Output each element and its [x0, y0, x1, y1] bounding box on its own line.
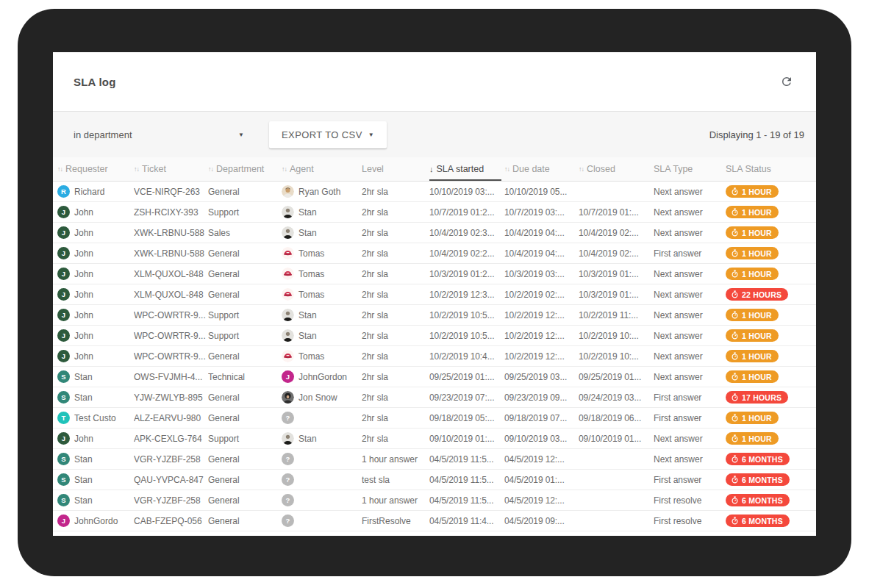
column-header-closed[interactable]: ↑↓Closed: [579, 157, 654, 181]
sort-both-icon: ↑↓: [282, 165, 287, 173]
jon-snow-photo-icon: [282, 391, 294, 404]
department-cell: Support: [208, 434, 282, 444]
table-row[interactable]: SStanVGR-YJZBF-258General?1 hour answer0…: [53, 490, 816, 511]
sort-desc-icon: ↓: [429, 165, 434, 173]
agent-name: JohnGordon: [298, 372, 347, 382]
department-filter-select[interactable]: in department ▼: [74, 129, 244, 140]
titlebar: SLA log: [53, 52, 816, 112]
stopwatch-icon: [731, 270, 739, 278]
column-header-sla_started[interactable]: ↓SLA started: [429, 157, 504, 181]
refresh-icon[interactable]: [776, 71, 797, 92]
table-row[interactable]: JJohnZSH-RCIXY-393SupportStan2hr sla10/7…: [53, 202, 816, 223]
table-row[interactable]: SStanQAU-YVPCA-847General?test sla04/5/2…: [53, 470, 816, 490]
column-header-ticket[interactable]: ↑↓Ticket: [134, 157, 208, 181]
sla-type-cell: Next answer: [654, 351, 726, 362]
requester-name: John: [74, 269, 93, 279]
stan-photo-icon: [282, 329, 294, 342]
due-date-cell: 10/2/2019 12:...: [504, 310, 579, 320]
table-row[interactable]: JJohnAPK-CEXLG-764SupportStan2hr sla09/1…: [53, 429, 816, 449]
level-cell: 1 hour answer: [362, 495, 429, 506]
requester-name: John: [74, 434, 93, 444]
due-date-cell: 10/4/2019 04:...: [504, 248, 579, 259]
table-row[interactable]: SStanVGR-YJZBF-258General?1 hour answer0…: [53, 449, 816, 470]
level-cell: 2hr sla: [362, 392, 429, 403]
requester-name: Stan: [74, 475, 93, 485]
level-cell: 2hr sla: [362, 372, 429, 382]
column-header-due_date[interactable]: ↑↓Due date: [504, 157, 579, 181]
requester-name: Stan: [74, 372, 93, 382]
export-to-csv-button[interactable]: EXPORT TO CSV ▼: [269, 121, 387, 148]
sla-status-badge: 1 HOUR: [726, 268, 779, 280]
question-mark-icon: ?: [282, 453, 294, 465]
level-cell: test sla: [362, 475, 429, 485]
department-cell: General: [208, 495, 282, 506]
department-cell: General: [208, 187, 282, 197]
agent-cell: ?: [282, 453, 362, 465]
table-row[interactable]: JJohnWPC-OWRTR-9...GeneralTomas2hr sla10…: [53, 346, 816, 367]
requester-name: Stan: [74, 454, 93, 465]
ticket-cell: WPC-OWRTR-9...: [134, 331, 208, 341]
table-row[interactable]: SStanYJW-ZWLYB-895GeneralJon Snow2hr sla…: [53, 387, 816, 408]
sla-type-cell: Next answer: [654, 331, 726, 341]
requester-avatar: J: [57, 432, 70, 445]
ticket-cell: OWS-FVJMH-4...: [134, 372, 208, 382]
requester-cell: RRichard: [57, 185, 134, 198]
sla-type-cell: Next answer: [654, 310, 726, 320]
closed-cell: 10/7/2019 01:...: [579, 207, 654, 218]
sla-status-badge: 22 HOURS: [726, 288, 788, 301]
sla-status-label: 1 HOUR: [742, 187, 772, 196]
sla-type-cell: Next answer: [654, 434, 726, 444]
sla-status-badge: 1 HOUR: [726, 370, 779, 383]
table-row[interactable]: JJohnWPC-OWRTR-9...SupportStan2hr sla10/…: [53, 326, 816, 346]
requester-name: John: [74, 290, 93, 300]
agent-cell: Tomas: [282, 268, 362, 280]
column-header-requester[interactable]: ↑↓Requester: [57, 157, 134, 181]
ticket-cell: ALZ-EARVU-980: [134, 413, 208, 423]
requester-avatar: J: [57, 350, 70, 362]
department-cell: Support: [208, 310, 282, 320]
sla-status-label: 1 HOUR: [742, 331, 772, 340]
table-row[interactable]: JJohnXLM-QUXOL-848GeneralTomas2hr sla10/…: [53, 264, 816, 284]
sla-status-cell: 6 MONTHS: [726, 494, 813, 506]
table-row[interactable]: JJohnWPC-OWRTR-9...SupportStan2hr sla10/…: [53, 305, 816, 326]
column-header-department[interactable]: ↑↓Department: [208, 157, 282, 181]
stopwatch-icon: [731, 311, 739, 319]
agent-name: Tomas: [298, 351, 324, 362]
stopwatch-icon: [731, 414, 739, 422]
department-cell: Support: [208, 331, 282, 341]
table-row[interactable]: JJohnGordoCAB-FZEPQ-056General?FirstReso…: [53, 511, 816, 531]
column-header-label: Ticket: [142, 164, 166, 174]
table-row[interactable]: SStanOWS-FVJMH-4...TechnicalJJohnGordon2…: [53, 367, 816, 387]
stopwatch-icon: [731, 476, 739, 484]
agent-cell: Ryan Goth: [282, 185, 362, 198]
stopwatch-icon: [731, 455, 739, 463]
agent-name: Stan: [298, 228, 317, 238]
requester-cell: JJohn: [57, 288, 134, 301]
agent-cell: Tomas: [282, 350, 362, 362]
table-row[interactable]: JJohnXWK-LRBNU-588SalesStan2hr sla10/4/2…: [53, 223, 816, 243]
active-sort-underline: [429, 179, 501, 181]
sla-status-badge: 17 HOURS: [726, 391, 788, 404]
table-row[interactable]: JJohnXWK-LRBNU-588GeneralTomas2hr sla10/…: [53, 243, 816, 264]
table-row[interactable]: TTest CustoALZ-EARVU-980General?2hr sla0…: [53, 408, 816, 429]
closed-cell: 10/2/2019 11:...: [579, 310, 654, 320]
requester-avatar: J: [57, 514, 70, 527]
sla-started-cell: 09/18/2019 05:...: [429, 413, 504, 423]
stopwatch-icon: [731, 373, 739, 381]
requester-avatar: T: [57, 412, 70, 424]
requester-avatar: J: [57, 226, 70, 239]
stopwatch-icon: [731, 393, 739, 401]
agent-cell: ?: [282, 412, 362, 424]
level-cell: FirstResolve: [362, 516, 429, 526]
requester-cell: SStan: [57, 494, 134, 506]
sla-type-cell: Next answer: [654, 454, 726, 465]
agent-cell: Stan: [282, 432, 362, 445]
closed-cell: 09/25/2019 01...: [579, 372, 654, 382]
due-date-cell: 04/5/2019 12:...: [504, 495, 579, 506]
closed-cell: 09/24/2019 03...: [579, 392, 654, 403]
table-row[interactable]: JJohnXLM-QUXOL-848GeneralTomas2hr sla10/…: [53, 284, 816, 305]
column-header-agent[interactable]: ↑↓Agent: [282, 157, 362, 181]
sla-type-cell: First resolve: [654, 495, 726, 506]
table-row[interactable]: RRichardVCE-NIRQF-263GeneralRyan Goth2hr…: [53, 182, 816, 202]
stopwatch-icon: [731, 331, 739, 340]
